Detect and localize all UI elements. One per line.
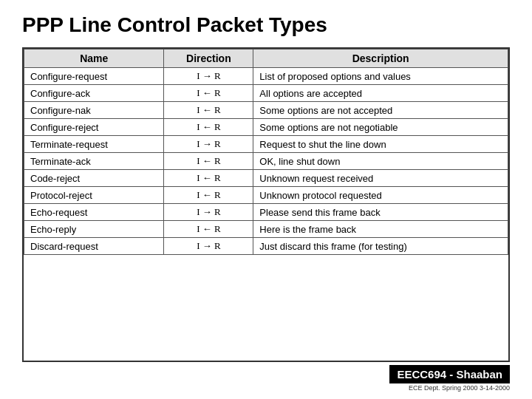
cell-name: Echo-request [24, 204, 164, 221]
table-row: Configure-ackI ← RAll options are accept… [24, 85, 508, 102]
cell-name: Terminate-ack [24, 153, 164, 170]
col-header-name: Name [24, 50, 164, 68]
table-row: Echo-replyI ← RHere is the frame back [24, 221, 508, 238]
cell-description: Please send this frame back [253, 204, 508, 221]
cell-direction: I ← R [164, 187, 253, 204]
cell-name: Configure-nak [24, 102, 164, 119]
footer-sub: ECE Dept. Spring 2000 3-14-2000 [409, 384, 510, 392]
table-row: Configure-rejectI ← RSome options are no… [24, 119, 508, 136]
cell-description: OK, line shut down [253, 153, 508, 170]
cell-name: Protocol-reject [24, 187, 164, 204]
table-row: Terminate-ackI ← ROK, line shut down [24, 153, 508, 170]
cell-name: Code-reject [24, 170, 164, 187]
table-row: Protocol-rejectI ← RUnknown protocol req… [24, 187, 508, 204]
col-header-direction: Direction [164, 50, 253, 68]
cell-name: Configure-reject [24, 119, 164, 136]
slide-title: PPP Line Control Packet Types [22, 13, 510, 37]
cell-direction: I ← R [164, 102, 253, 119]
cell-description: Here is the frame back [253, 221, 508, 238]
table-row: Discard-requestI → RJust discard this fr… [24, 238, 508, 255]
cell-name: Configure-ack [24, 85, 164, 102]
cell-description: Unknown protocol requested [253, 187, 508, 204]
cell-description: Unknown request received [253, 170, 508, 187]
cell-name: Discard-request [24, 238, 164, 255]
cell-name: Configure-request [24, 68, 164, 85]
cell-direction: I ← R [164, 85, 253, 102]
cell-direction: I → R [164, 238, 253, 255]
cell-direction: I → R [164, 204, 253, 221]
cell-name: Terminate-request [24, 136, 164, 153]
slide-container: PPP Line Control Packet Types Name Direc… [0, 0, 532, 399]
table-row: Terminate-requestI → RRequest to shut th… [24, 136, 508, 153]
cell-direction: I → R [164, 68, 253, 85]
cell-direction: I ← R [164, 153, 253, 170]
cell-direction: I ← R [164, 119, 253, 136]
cell-direction: I ← R [164, 170, 253, 187]
cell-description: All options are accepted [253, 85, 508, 102]
main-table: Name Direction Description Configure-req… [24, 49, 508, 255]
footer-badge: EECC694 - Shaaban [389, 365, 510, 383]
table-wrapper: Name Direction Description Configure-req… [22, 47, 510, 362]
table-header-row: Name Direction Description [24, 50, 508, 68]
cell-description: Request to shut the line down [253, 136, 508, 153]
cell-description: Some options are not accepted [253, 102, 508, 119]
footer-block: EECC694 - Shaaban ECE Dept. Spring 2000 … [389, 365, 510, 392]
col-header-description: Description [253, 50, 508, 68]
cell-description: Just discard this frame (for testing) [253, 238, 508, 255]
cell-direction: I ← R [164, 221, 253, 238]
cell-description: Some options are not negotiable [253, 119, 508, 136]
table-row: Echo-requestI → RPlease send this frame … [24, 204, 508, 221]
footer: EECC694 - Shaaban ECE Dept. Spring 2000 … [22, 365, 510, 392]
cell-name: Echo-reply [24, 221, 164, 238]
table-row: Configure-requestI → RList of proposed o… [24, 68, 508, 85]
table-row: Configure-nakI ← RSome options are not a… [24, 102, 508, 119]
cell-description: List of proposed options and values [253, 68, 508, 85]
table-row: Code-rejectI ← RUnknown request received [24, 170, 508, 187]
cell-direction: I → R [164, 136, 253, 153]
